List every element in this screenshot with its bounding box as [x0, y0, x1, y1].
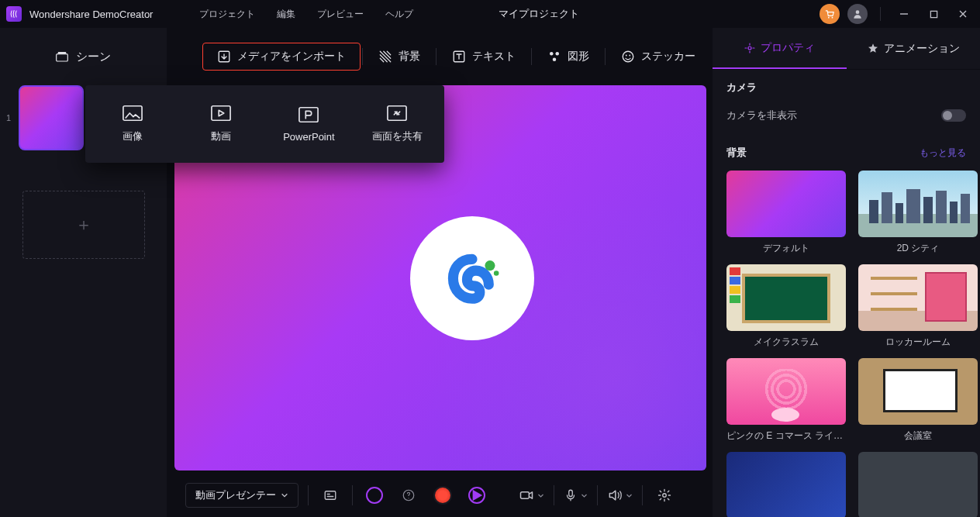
menu-edit[interactable]: 編集 — [277, 8, 295, 21]
bg-extra-2[interactable] — [858, 452, 978, 517]
svg-point-12 — [626, 55, 627, 57]
window-minimize[interactable] — [893, 3, 915, 25]
camera-icon — [519, 488, 534, 503]
bg-extra-1[interactable] — [726, 452, 846, 517]
menu-project[interactable]: プロジェクト — [199, 8, 255, 21]
bg-conference[interactable]: 会議室 — [858, 358, 978, 443]
svg-point-13 — [629, 55, 630, 57]
project-title: マイプロジェクト — [499, 7, 579, 21]
settings-button[interactable] — [652, 483, 677, 508]
powerpoint-icon — [298, 106, 319, 123]
window-maximize[interactable] — [923, 3, 944, 25]
import-screen-share[interactable]: 画面を共有 — [355, 105, 439, 143]
bg-pink-ecommerce[interactable]: ピンクの E コマース ライブ ... — [726, 358, 846, 443]
svg-point-8 — [550, 52, 554, 56]
bg-label: ロッカールーム — [885, 336, 951, 349]
tab-sticker[interactable]: ステッカー — [607, 43, 709, 70]
property-icon — [744, 42, 756, 54]
ring-icon — [366, 487, 383, 504]
svg-rect-19 — [569, 490, 573, 496]
window-close[interactable] — [952, 3, 974, 25]
bg-default[interactable]: デフォルト — [726, 171, 846, 255]
animation-icon — [867, 43, 879, 55]
app-logo — [6, 6, 22, 22]
tab-shape-label: 図形 — [568, 50, 589, 64]
hide-camera-label: カメラを非表示 — [726, 109, 797, 122]
add-scene-button[interactable]: ＋ — [22, 191, 145, 259]
tab-properties[interactable]: プロパティ — [713, 28, 847, 69]
canvas-logo — [410, 216, 534, 340]
svg-point-9 — [556, 52, 560, 56]
record-icon — [433, 486, 452, 505]
svg-point-0 — [828, 17, 830, 19]
speaker-dropdown[interactable] — [607, 488, 633, 503]
cart-button[interactable] — [820, 4, 840, 24]
scenes-icon — [56, 51, 68, 62]
presenter-dropdown[interactable]: 動画プレゼンテー — [185, 483, 298, 508]
bg-label: 会議室 — [904, 429, 932, 443]
svg-rect-5 — [58, 52, 67, 53]
view-more-link[interactable]: もっと見る — [920, 146, 966, 160]
tab-background[interactable]: 背景 — [364, 43, 434, 70]
bg-label: デフォルト — [763, 242, 809, 255]
import-icon — [217, 50, 231, 64]
play-ring-icon — [468, 487, 485, 504]
svg-rect-4 — [57, 54, 68, 61]
background-icon — [378, 50, 392, 64]
tab-import-label: メディアをインポート — [237, 50, 346, 64]
scene-thumbnail[interactable] — [19, 85, 84, 150]
tab-animation-label: アニメーション — [884, 42, 960, 56]
bg-2d-city[interactable]: 2D シティ — [858, 171, 978, 255]
tab-properties-label: プロパティ — [761, 41, 815, 55]
bg-locker-room[interactable]: ロッカールーム — [858, 264, 978, 349]
import-video[interactable]: 動画 — [179, 105, 263, 143]
record-button[interactable] — [430, 483, 455, 508]
bg-thumb — [858, 358, 978, 425]
svg-point-21 — [748, 47, 751, 50]
tab-text[interactable]: テキスト — [438, 43, 530, 70]
bg-label: メイクラスラム — [754, 336, 819, 349]
title-bar: Wondershare DemoCreator プロジェクト 編集 プレビュー … — [0, 0, 980, 28]
tab-import-media[interactable]: メディアをインポート — [202, 43, 361, 71]
camera-dropdown[interactable] — [519, 488, 544, 503]
chevron-down-icon — [281, 491, 288, 499]
svg-point-10 — [553, 58, 557, 62]
effect-button[interactable] — [362, 483, 387, 508]
properties-panel: プロパティ アニメーション カメラ カメラを非表示 背景 もっと見る デフォルト… — [713, 28, 980, 517]
svg-rect-18 — [521, 492, 530, 498]
mic-dropdown[interactable] — [564, 488, 588, 503]
bg-thumb — [726, 358, 846, 425]
svg-rect-3 — [930, 11, 937, 17]
bg-label: 2D シティ — [897, 242, 940, 255]
chevron-down-icon — [581, 492, 588, 499]
menu-preview[interactable]: プレビュー — [317, 8, 364, 21]
svg-point-20 — [663, 494, 667, 498]
play-button[interactable] — [464, 483, 489, 508]
hide-camera-toggle[interactable] — [941, 109, 966, 122]
sticker-icon — [621, 50, 635, 64]
bg-classroom[interactable]: メイクラスラム — [726, 264, 846, 349]
speaker-icon — [607, 488, 623, 503]
svg-point-2 — [856, 10, 860, 14]
teleprompter-button[interactable] — [318, 483, 343, 508]
bg-thumb — [726, 452, 846, 517]
svg-point-11 — [623, 51, 633, 62]
menu-help[interactable]: ヘルプ — [385, 8, 413, 21]
user-button[interactable] — [847, 4, 868, 24]
import-image-label: 画像 — [122, 129, 143, 143]
help-button[interactable] — [396, 483, 421, 508]
import-powerpoint[interactable]: PowerPoint — [267, 106, 350, 143]
mic-icon — [564, 488, 578, 503]
tab-sticker-label: ステッカー — [641, 50, 695, 64]
tab-animation[interactable]: アニメーション — [847, 28, 981, 69]
background-section-label: 背景 — [726, 146, 747, 160]
share-screen-icon — [387, 105, 407, 122]
svg-point-1 — [832, 17, 833, 19]
bg-label: ピンクの E コマース ライブ ... — [726, 429, 846, 443]
bg-thumb — [858, 264, 978, 331]
tab-shape[interactable]: 図形 — [533, 43, 603, 70]
bottom-toolbar: 動画プレゼンテー — [170, 474, 709, 517]
bg-thumb — [726, 264, 846, 331]
svg-rect-16 — [325, 491, 336, 500]
import-image[interactable]: 画像 — [91, 105, 174, 143]
